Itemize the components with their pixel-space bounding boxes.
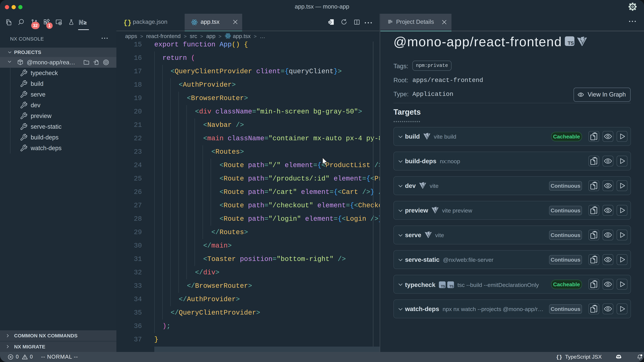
svg-text:≥: ≥ xyxy=(84,20,86,25)
svg-text:N: N xyxy=(79,19,83,26)
